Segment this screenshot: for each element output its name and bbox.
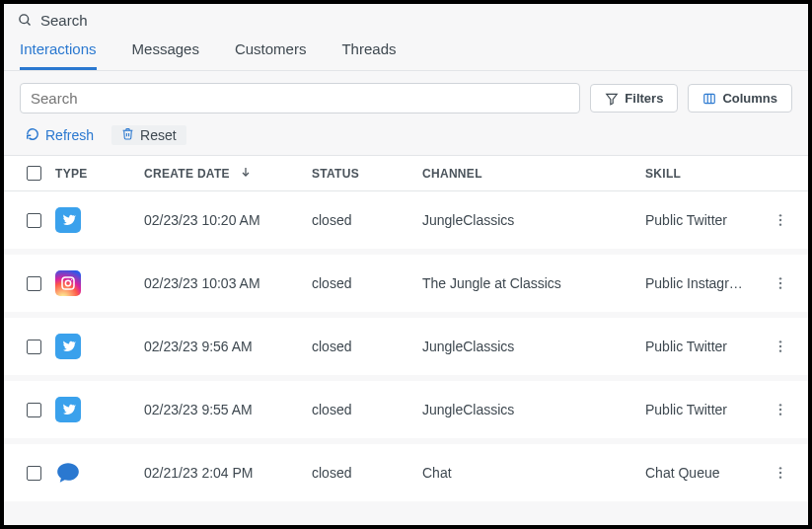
app-frame: Search Interactions Messages Customers T…	[0, 0, 812, 529]
row-checkbox[interactable]	[12, 403, 55, 417]
svg-marker-2	[607, 94, 618, 105]
svg-rect-10	[62, 277, 74, 289]
cell-channel: JungleClassics	[422, 339, 645, 354]
refresh-button[interactable]: Refresh	[26, 125, 94, 145]
row-checkbox[interactable]	[12, 466, 55, 481]
col-create-date-label: CREATE DATE	[144, 167, 230, 181]
cell-type	[55, 397, 144, 422]
svg-point-14	[779, 282, 781, 284]
table-row[interactable]: 02/23/23 9:55 AMclosedJungleClassicsPubl…	[4, 381, 808, 444]
row-actions-button[interactable]	[764, 212, 797, 228]
table-body: 02/23/23 10:20 AMclosedJungleClassicsPub…	[4, 191, 808, 507]
svg-point-20	[779, 409, 781, 411]
columns-button[interactable]: Columns	[688, 84, 792, 113]
search-icon	[18, 13, 33, 28]
row-checkbox[interactable]	[12, 340, 55, 354]
filters-button[interactable]: Filters	[590, 84, 678, 113]
svg-point-13	[779, 277, 781, 279]
svg-point-12	[71, 279, 72, 280]
cell-create-date: 02/23/23 9:56 AM	[144, 339, 312, 354]
global-search-bar[interactable]: Search	[4, 4, 808, 31]
cell-type	[55, 334, 144, 359]
tab-interactions[interactable]: Interactions	[20, 40, 97, 70]
cell-status: closed	[312, 212, 422, 228]
cell-status: closed	[312, 465, 422, 481]
svg-point-15	[779, 286, 781, 288]
cell-skill: Chat Queue	[645, 465, 764, 481]
row-actions-button[interactable]	[764, 275, 797, 291]
svg-point-21	[779, 413, 781, 415]
cell-channel: JungleClassics	[422, 402, 645, 417]
svg-point-11	[65, 280, 70, 285]
cell-skill: Public Twitter	[645, 339, 764, 354]
svg-point-17	[779, 345, 781, 347]
table-row[interactable]: 02/21/23 2:04 PMclosedChatChat Queue	[4, 444, 808, 507]
refresh-icon	[26, 127, 39, 144]
reset-button[interactable]: Reset	[111, 125, 186, 145]
data-table: TYPE CREATE DATE STATUS CHANNEL SKILL 02…	[4, 155, 808, 507]
svg-line-1	[27, 22, 30, 25]
cell-create-date: 02/23/23 9:55 AM	[144, 402, 312, 417]
cell-skill: Public Instagr…	[645, 275, 764, 291]
tab-threads[interactable]: Threads	[341, 40, 396, 70]
col-skill[interactable]: SKILL	[645, 167, 764, 181]
cell-create-date: 02/23/23 10:03 AM	[144, 275, 312, 291]
trash-icon	[121, 127, 134, 143]
cell-type	[55, 460, 144, 486]
svg-point-8	[779, 219, 781, 221]
svg-point-9	[779, 223, 781, 225]
table-row[interactable]: 02/23/23 9:56 AMclosedJungleClassicsPubl…	[4, 318, 808, 381]
cell-skill: Public Twitter	[645, 402, 764, 417]
svg-point-24	[779, 476, 781, 478]
col-status[interactable]: STATUS	[312, 167, 422, 181]
toolbar: Filters Columns	[4, 71, 808, 121]
col-channel[interactable]: CHANNEL	[422, 167, 645, 181]
row-actions-button[interactable]	[764, 465, 797, 481]
row-checkbox[interactable]	[12, 213, 55, 228]
svg-point-19	[779, 404, 781, 406]
reset-label: Reset	[140, 127, 177, 143]
tabs-bar: Interactions Messages Customers Threads	[4, 31, 808, 71]
row-checkbox[interactable]	[12, 276, 55, 291]
table-row[interactable]: 02/23/23 10:03 AMclosedThe Jungle at Cla…	[4, 255, 808, 318]
chat-icon	[55, 460, 81, 486]
svg-point-7	[779, 214, 781, 216]
cell-create-date: 02/21/23 2:04 PM	[144, 465, 312, 481]
svg-point-18	[779, 349, 781, 351]
twitter-icon	[55, 334, 81, 359]
col-type[interactable]: TYPE	[55, 167, 144, 181]
svg-point-16	[779, 340, 781, 342]
col-create-date[interactable]: CREATE DATE	[144, 166, 312, 181]
cell-create-date: 02/23/23 10:20 AM	[144, 212, 312, 228]
cell-status: closed	[312, 339, 422, 354]
sort-desc-icon	[240, 166, 252, 178]
cell-channel: JungleClassics	[422, 212, 645, 228]
global-search-label: Search	[40, 12, 88, 29]
sub-toolbar: Refresh Reset	[4, 121, 808, 155]
cell-status: closed	[312, 402, 422, 417]
instagram-icon	[55, 270, 81, 296]
cell-type	[55, 207, 144, 233]
filter-icon	[605, 92, 619, 106]
columns-label: Columns	[722, 91, 777, 106]
cell-status: closed	[312, 275, 422, 291]
twitter-icon	[55, 397, 81, 422]
cell-type	[55, 270, 144, 296]
twitter-icon	[55, 207, 81, 233]
table-row[interactable]: 02/23/23 10:20 AMclosedJungleClassicsPub…	[4, 191, 808, 255]
search-input[interactable]	[31, 90, 569, 107]
row-actions-button[interactable]	[764, 402, 797, 417]
cell-skill: Public Twitter	[645, 212, 764, 228]
svg-point-0	[20, 15, 29, 24]
filters-label: Filters	[625, 91, 663, 106]
tab-customers[interactable]: Customers	[235, 40, 307, 70]
tab-messages[interactable]: Messages	[132, 40, 199, 70]
cell-channel: Chat	[422, 465, 645, 481]
svg-point-23	[779, 472, 781, 474]
svg-point-22	[779, 467, 781, 469]
cell-channel: The Jungle at Classics	[422, 275, 645, 291]
refresh-label: Refresh	[45, 127, 94, 143]
select-all-checkbox[interactable]	[12, 166, 55, 181]
search-input-wrapper[interactable]	[20, 83, 580, 113]
row-actions-button[interactable]	[764, 339, 797, 354]
